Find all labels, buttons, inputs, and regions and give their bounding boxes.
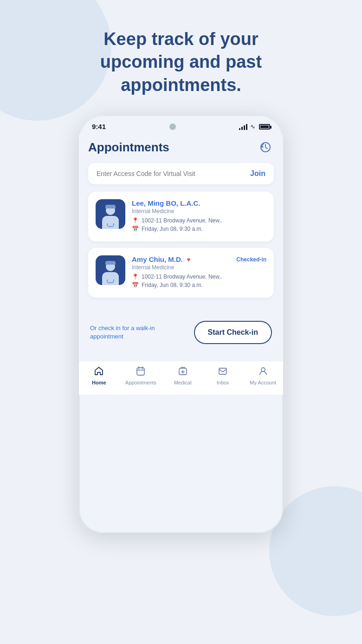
start-checkin-button[interactable]: Start Check-in [194, 321, 272, 344]
heart-icon: ♥ [187, 256, 190, 263]
appointments-header: Appointments [88, 134, 274, 163]
phone-frame: 9:41 ∿ Appointments [79, 115, 283, 533]
page-headline: Keep track of your upcoming and past app… [60, 28, 302, 97]
status-icons: ∿ [239, 123, 270, 130]
datetime-text-1: Friday, Jun 08, 9:30 a.m. [142, 226, 203, 232]
doctor-figure-2 [99, 259, 122, 285]
nav-item-account[interactable]: My Account [249, 366, 277, 385]
appt-info-1: Lee, Ming BO, L.A.C. Internal Medicine 📍… [132, 199, 266, 234]
appt-info-2: Amy Chiu, M.D. ♥ Checked-in Internal Med… [132, 255, 266, 290]
nav-item-appointments[interactable]: Appointments [125, 366, 156, 385]
svg-rect-8 [219, 368, 226, 374]
phone-camera [169, 124, 176, 130]
history-icon [259, 141, 272, 153]
location-icon-2: 📍 [132, 273, 139, 280]
nav-label-medical: Medical [174, 380, 192, 385]
nav-label-account: My Account [250, 380, 276, 385]
join-button[interactable]: Join [250, 169, 265, 178]
nav-label-home: Home [92, 380, 106, 385]
svg-rect-1 [137, 368, 144, 375]
nav-item-home[interactable]: Home [85, 366, 113, 385]
nav-label-appointments: Appointments [125, 380, 156, 385]
bottom-nav: Home Appointments [79, 361, 283, 395]
appt-datetime-1: 📅 Friday, Jun 08, 9:30 a.m. [132, 226, 266, 232]
appointments-nav-icon [136, 366, 146, 378]
access-code-input[interactable] [97, 170, 250, 177]
doctor-specialty-2: Internal Medicine [132, 264, 266, 271]
wifi-icon: ∿ [250, 123, 255, 130]
calendar-icon-1: 📅 [132, 226, 139, 232]
signal-icon [239, 124, 247, 130]
location-icon-1: 📍 [132, 217, 139, 224]
nav-item-medical[interactable]: Medical [169, 366, 197, 385]
nav-item-inbox[interactable]: Inbox [209, 366, 237, 385]
bottom-section: Or check in for a walk-in appointment St… [88, 312, 274, 351]
checked-in-badge: Checked-in [236, 256, 266, 263]
appointment-card-2[interactable]: Amy Chiu, M.D. ♥ Checked-in Internal Med… [88, 248, 274, 298]
access-code-bar[interactable]: Join [88, 163, 274, 184]
calendar-icon-2: 📅 [132, 282, 139, 288]
battery-icon [259, 124, 270, 130]
appointment-card-1[interactable]: Lee, Ming BO, L.A.C. Internal Medicine 📍… [88, 192, 274, 241]
doctor-figure-1 [99, 203, 122, 229]
appt-datetime-2: 📅 Friday, Jun 08, 9:30 a.m. [132, 282, 266, 288]
inbox-icon [218, 366, 228, 378]
doctor-name-2: Amy Chiu, M.D. ♥ [132, 255, 191, 263]
appt-address-2: 📍 1002-11 Brodway Avenue, New.. [132, 273, 266, 280]
history-button[interactable] [257, 139, 274, 156]
phone-time: 9:41 [92, 123, 106, 130]
svg-point-9 [261, 368, 265, 371]
walk-in-text: Or check in for a walk-in appointment [90, 324, 160, 341]
address-text-1: 1002-11 Brodway Avenue, New.. [142, 217, 222, 224]
doctor-avatar-2 [96, 255, 125, 285]
account-icon [258, 366, 268, 378]
status-bar: 9:41 ∿ [79, 115, 283, 134]
doctor-specialty-1: Internal Medicine [132, 208, 266, 215]
home-icon [94, 366, 104, 378]
medical-icon [178, 366, 188, 378]
phone-screen: Appointments Join [79, 134, 283, 361]
appt-card-header-1: Lee, Ming BO, L.A.C. [132, 199, 266, 207]
doctor-name-1: Lee, Ming BO, L.A.C. [132, 199, 200, 207]
appt-address-1: 📍 1002-11 Brodway Avenue, New.. [132, 217, 266, 224]
nav-label-inbox: Inbox [217, 380, 229, 385]
address-text-2: 1002-11 Brodway Avenue, New.. [142, 273, 222, 280]
datetime-text-2: Friday, Jun 08, 9:30 a.m. [142, 282, 203, 288]
appt-card-header-2: Amy Chiu, M.D. ♥ Checked-in [132, 255, 266, 263]
doctor-avatar-1 [96, 199, 125, 229]
appointments-title: Appointments [88, 140, 169, 155]
